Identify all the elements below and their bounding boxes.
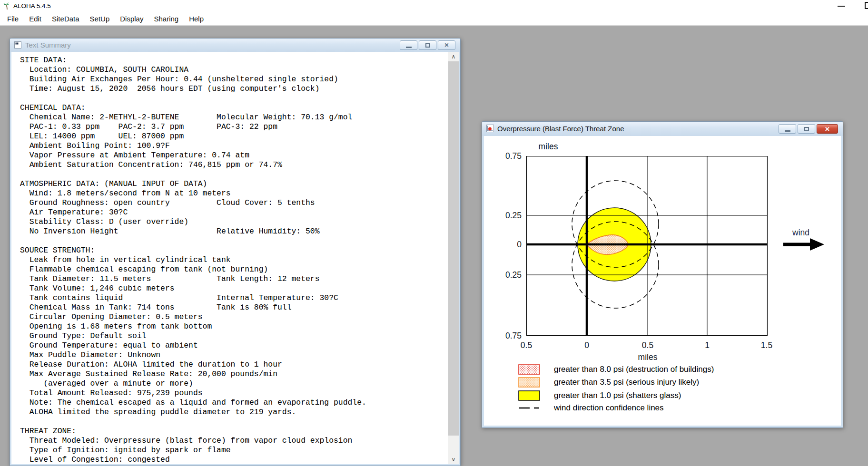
x-tick-zero: 0 (572, 340, 601, 350)
yellow-swatch-icon (518, 390, 540, 401)
threat-zone-plot (526, 156, 768, 336)
menu-sharing[interactable]: Sharing (148, 12, 184, 26)
y-tick-0.25-bottom: 0.25 (495, 270, 522, 280)
text-summary-scrollbar[interactable]: ∧ ∨ (448, 52, 459, 464)
app-titlebar[interactable]: ALOHA 5.4.5 (0, 0, 868, 12)
x-tick-1.5: 1.5 (752, 340, 781, 350)
threat-zone-maximize-button[interactable] (798, 124, 815, 134)
menu-setup[interactable]: SetUp (85, 12, 115, 26)
close-icon: ✕ (825, 126, 830, 132)
scroll-up-icon[interactable]: ∧ (448, 52, 459, 61)
scroll-down-icon[interactable]: ∨ (448, 455, 459, 464)
text-summary-titlebar[interactable]: Text Summary ✕ (10, 39, 460, 52)
text-summary-icon (14, 41, 21, 50)
legend-item-3.5psi: greater than 3.5 psi (serious injury lik… (518, 377, 699, 388)
maximize-icon (804, 127, 809, 131)
threat-zone-minimize-button[interactable] (779, 124, 796, 134)
threat-zone-window: Overpressure (Blast Force) Threat Zone ✕… (482, 121, 843, 428)
app-minimize-button[interactable] (838, 6, 845, 7)
menu-help[interactable]: Help (184, 12, 209, 26)
x-tick-0.5-left: 0.5 (512, 340, 541, 350)
dashed-line-swatch-icon (518, 403, 540, 413)
threat-zone-title: Overpressure (Blast Force) Threat Zone (497, 125, 624, 133)
orange-dotted-swatch-icon (518, 377, 540, 388)
y-tick-0.25-top: 0.25 (495, 210, 522, 221)
text-summary-minimize-button[interactable] (400, 40, 417, 50)
threat-zone-plot-area: miles 0.75 0.25 0 0.25 0.75 0.5 0 0.5 1 … (484, 136, 841, 426)
x-tick-1: 1 (693, 340, 721, 350)
wind-arrow-icon (782, 237, 826, 252)
menu-sitedata[interactable]: SiteData (47, 12, 85, 26)
legend-label-3.5psi: greater than 3.5 psi (serious injury lik… (554, 378, 699, 387)
close-icon: ✕ (444, 42, 449, 48)
app-title: ALOHA 5.4.5 (13, 2, 51, 10)
threat-zone-titlebar[interactable]: Overpressure (Blast Force) Threat Zone ✕ (482, 122, 843, 136)
text-summary-text: SITE DATA: Location: COLUMBIA, SOUTH CAR… (20, 56, 366, 464)
text-summary-maximize-button[interactable] (419, 40, 436, 50)
menu-file[interactable]: File (2, 12, 24, 26)
text-summary-content-area: SITE DATA: Location: COLUMBIA, SOUTH CAR… (11, 52, 459, 464)
red-dotted-swatch-icon (518, 364, 540, 375)
maximize-icon (425, 43, 430, 48)
y-tick-0.75-top: 0.75 (495, 151, 522, 161)
text-summary-close-button[interactable]: ✕ (438, 40, 455, 50)
scrollbar-thumb[interactable] (448, 61, 459, 436)
y-tick-0.75-bottom: 0.75 (495, 330, 522, 341)
legend-item-1psi: greater than 1.0 psi (shatters glass) (518, 390, 681, 401)
minimize-icon (406, 47, 412, 48)
legend-label-8psi: greater than 8.0 psi (destruction of bui… (554, 365, 714, 374)
text-summary-window: Text Summary ✕ SITE DATA: Location: COLU… (10, 38, 461, 466)
app-maximize-button[interactable] (865, 2, 868, 9)
y-axis-unit-label: miles (532, 142, 565, 152)
menu-display[interactable]: Display (115, 12, 148, 26)
threat-zone-chart-icon (486, 125, 494, 134)
threat-zone-close-button[interactable]: ✕ (817, 124, 838, 134)
y-tick-zero: 0 (495, 239, 522, 250)
minimize-icon (785, 130, 790, 132)
text-summary-title: Text Summary (25, 41, 71, 49)
wind-label: wind (787, 228, 815, 238)
legend-label-1psi: greater than 1.0 psi (shatters glass) (554, 391, 681, 400)
legend-label-confidence-lines: wind direction confidence lines (554, 403, 664, 413)
legend-item-confidence-lines: wind direction confidence lines (518, 402, 664, 414)
x-tick-0.5-right: 0.5 (633, 340, 662, 350)
legend-item-8psi: greater than 8.0 psi (destruction of bui… (518, 364, 714, 375)
menu-edit[interactable]: Edit (24, 12, 47, 26)
app-menubar: File Edit SiteData SetUp Display Sharing… (0, 12, 868, 26)
aloha-palm-icon (3, 2, 11, 12)
x-axis-unit-label: miles (629, 352, 667, 362)
